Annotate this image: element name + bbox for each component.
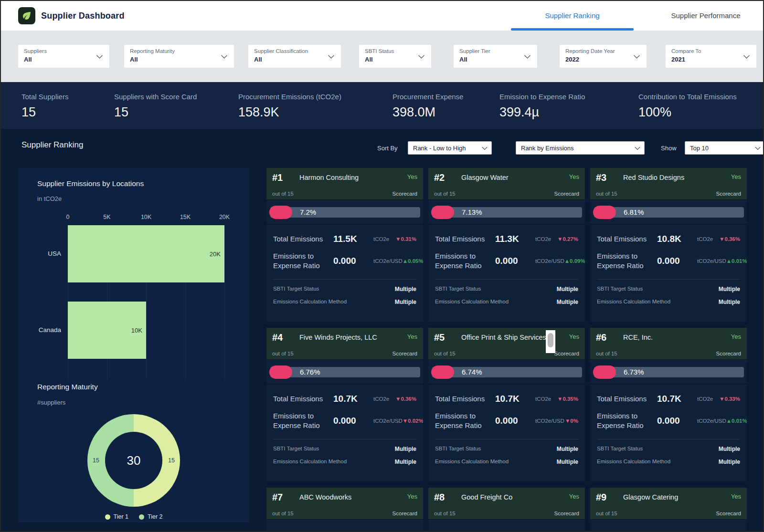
filter-supplier-tier[interactable]: Supplier Tier All [454,45,537,68]
supplier-card[interactable]: #3 Red Studio Designs Yes out of 15 Scor… [590,168,747,322]
bar-usa: 20K [68,225,224,282]
supplier-card[interactable]: #7 ABC Woodworks Yes out of 15 Scorecard [266,488,423,531]
metric-label: Emissions to Expense Ratio [597,411,657,431]
filter-supplier-classification[interactable]: Supplier Classification All [248,45,341,68]
calc-method-label: Emissions Calculation Method [435,299,509,305]
x-tick: 0 [57,214,78,220]
scorecard-yes-badge: Yes [407,173,417,180]
filter-value: All [130,56,220,63]
top-header: Supplier Dashboard Supplier Ranking Supp… [1,1,763,31]
supplier-card[interactable]: #6 RCE, Inc. Yes out of 15 Scorecard 6.7… [590,328,747,481]
rank-label: #2 [434,172,461,183]
filter-label: Compare To [671,48,742,54]
divider [273,279,416,280]
filter-value: 2022 [565,56,632,63]
card-header: #8 Good Freight Co Yes out of 15 Scoreca… [428,488,585,519]
filter-value: All [459,56,523,63]
rank-label: #8 [434,492,461,503]
charts-panel: Supplier Emissions by Locations in tCO2e… [18,168,249,522]
kpi-label: Procurement Emissions (tCO2e) [238,93,341,101]
change-indicator: ▼0.36% [719,236,740,242]
tab-supplier-performance[interactable]: Supplier Performance [647,1,764,29]
unit-label: tCO2e [535,396,557,402]
progress-track: 6.74% [432,367,582,377]
score-progress: 6.73% [590,359,747,385]
score-percent: 6.81% [624,208,644,216]
supplier-card[interactable]: #2 Glasgow Water Yes out of 15 Scorecard… [428,168,585,322]
bar-value-label: 10K [131,327,146,334]
tab-supplier-ranking[interactable]: Supplier Ranking [511,1,634,29]
legend-item-tier2[interactable]: Tier 2 [139,513,163,520]
unit-label: tCO2e/USD [535,258,564,264]
card-metrics: Total Emissions 10.7K tCO2e ▼0.35% Emiss… [428,385,585,465]
rank-label: #1 [272,172,299,183]
sort-order-select[interactable]: Rank - Low to High [408,141,492,155]
calc-method-value: Multiple [395,299,416,305]
filter-value: 2021 [671,56,742,63]
ranking-section: Supplier Ranking Sort By Rank - Low to H… [1,129,763,531]
supplier-card[interactable]: #4 Five Winds Projects, LLC Yes out of 1… [266,328,423,481]
card-header: #2 Glasgow Water Yes out of 15 Scorecard [428,168,585,199]
bar-canada: 10K [68,302,146,359]
calc-method-label: Emissions Calculation Method [273,299,347,305]
unit-label: tCO2e/USD [373,258,403,264]
change-indicator: ▼0.31% [395,236,416,242]
sort-metric-select[interactable]: Rank by Emissions [516,141,645,155]
divider [597,279,740,280]
bar-value-label: 20K [210,250,224,258]
sbti-status-value: Multiple [395,286,416,292]
card-metrics: Total Emissions 11.3K tCO2e ▼0.27% Emiss… [428,225,585,305]
total-emissions-value: 11.3K [495,234,535,244]
divider [273,439,416,439]
metric-label: Total Emissions [435,234,495,244]
supplier-card[interactable]: #5 Office Print & Ship Services Yes out … [428,328,585,481]
rank-label: #9 [596,492,623,503]
supplier-card[interactable]: #9 Glasgow Catering Yes out of 15 Scorec… [590,488,747,531]
scorecard-label: Scorecard [554,191,579,197]
unit-label: tCO2e [373,396,395,402]
filter-suppliers[interactable]: Suppliers All [18,45,109,68]
x-tick: 5K [96,214,117,220]
metric-label: Total Emissions [273,234,333,244]
donut-legend: Tier 1 Tier 2 [18,513,249,520]
app-logo [18,7,35,24]
bar-category-usa: USA [18,250,61,257]
bar-chart-title: Supplier Emissions by Locations [37,179,144,188]
out-of-label: out of 15 [596,351,617,356]
scrollbar[interactable] [546,330,555,353]
progress-track: 6.81% [594,207,744,218]
filter-label: SBTI Status [365,48,417,54]
legend-item-tier1[interactable]: Tier 1 [105,513,129,520]
scorecard-yes-badge: Yes [569,333,579,340]
kpi-label: Procurement Expense [393,93,463,101]
filter-sbti-status[interactable]: SBTI Status All [359,45,431,68]
change-indicator: ▼0.02% [403,418,423,424]
unit-label: tCO2e [697,396,719,402]
filter-reporting-date-year[interactable]: Reporting Date Year 2022 [560,45,647,68]
leaf-icon [21,10,32,21]
total-emissions-value: 10.7K [333,394,373,404]
calc-method-label: Emissions Calculation Method [273,459,347,465]
divider [435,279,578,280]
supplier-card[interactable]: #8 Good Freight Co Yes out of 15 Scoreca… [428,488,585,531]
scorecard-label: Scorecard [716,351,741,356]
rank-label: #5 [434,332,461,343]
calc-method-value: Multiple [719,459,740,465]
divider [435,439,578,439]
filter-reporting-maturity[interactable]: Reporting Maturity All [124,45,234,68]
metric-label: Emissions to Expense Ratio [435,411,495,431]
supplier-name: RCE, Inc. [623,333,731,342]
change-indicator: ▼0.36% [395,396,416,402]
filter-compare-to[interactable]: Compare To 2021 [666,45,756,68]
card-header: #1 Harmon Consulting Yes out of 15 Score… [266,168,423,199]
supplier-card[interactable]: #1 Harmon Consulting Yes out of 15 Score… [266,168,423,322]
divider [597,439,740,439]
show-count-select[interactable]: Top 10 [685,141,763,155]
scrollbar-thumb[interactable] [548,333,553,347]
scorecard-label: Scorecard [716,511,741,516]
card-header: #4 Five Winds Projects, LLC Yes out of 1… [266,328,423,359]
score-progress [428,519,585,531]
scorecard-yes-badge: Yes [731,493,741,500]
unit-label: tCO2e [535,236,557,242]
scorecard-yes-badge: Yes [407,333,417,340]
